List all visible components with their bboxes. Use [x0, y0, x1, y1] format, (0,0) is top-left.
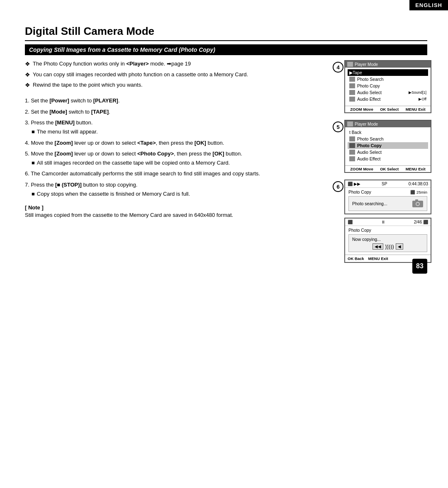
bullet-text: You can copy still images recorded with …	[33, 71, 248, 78]
screen-4: Player Mode ▶Tape Photo Search	[344, 60, 431, 113]
bullet-item: ❖ The Photo Copy function works only in …	[25, 60, 324, 68]
screen-6b-copy-controls: ◀◀ ))))) ◀	[352, 243, 424, 250]
step-number-4: 4	[333, 62, 343, 73]
screen-6a-top: ⬛ ▶▶ SP 0:44:38:03	[345, 180, 431, 188]
screen-6a-label-row: Photo Copy ⬛ 25min	[348, 189, 427, 194]
screen-6-wrap: 6 ⬛ ▶▶ SP 0:44:38:03 Photo Copy ⬛ 25min	[344, 180, 427, 263]
screen-4-wrap: 4 Player Mode ▶Tape Photo S	[344, 60, 427, 113]
screen-5-footer-ok: OK Select	[380, 167, 399, 171]
bullet-item: ❖ Rewind the tape to the point which you…	[25, 81, 324, 90]
menu-item-audio-select-label: Audio Select	[357, 90, 382, 95]
screen-6b-body: Photo Copy Now copying... ◀◀ ))))) ◀	[345, 226, 431, 255]
step-3-sub-text: The menu list will appear.	[37, 128, 98, 136]
menu-item-photo-search-5-label: Photo Search	[357, 136, 384, 141]
copy-ctrl-waves: )))))	[385, 243, 394, 250]
note-section: [ Note ] Still images copied from the ca…	[25, 204, 324, 218]
step-4: 4. Move the [Zoom] lever up or down to s…	[25, 139, 324, 147]
screen-5-footer-menu: MENU Exit	[406, 167, 426, 171]
square-bullet: ■	[32, 159, 35, 167]
step-7-sub-text: Copy stops when the cassette is finished…	[37, 190, 190, 198]
page-title: Digital Still Camera Mode	[25, 25, 427, 41]
step-3-sub: ■ The menu list will appear.	[32, 128, 324, 136]
screen-5-footer-zoom: ZOOM Move	[350, 167, 373, 171]
screen-6a-status-mid: SP	[382, 182, 387, 186]
menu-item-audio-effect-sub: ▶Off	[419, 97, 426, 101]
step-number-5: 5	[333, 121, 343, 132]
menu-icon-photo-copy-5	[349, 143, 355, 148]
screen-6b-status-mid: ⏸	[381, 220, 385, 224]
bullet-symbol: ❖	[25, 60, 30, 68]
screen-6b-copy-text: Now copying...	[352, 237, 424, 242]
screen-6b-label: Photo Copy	[348, 228, 427, 233]
bullet-symbol: ❖	[25, 81, 30, 90]
screen-6b-copy-area: Now copying... ◀◀ ))))) ◀	[348, 234, 427, 252]
screen-4-footer-ok: OK Select	[380, 107, 399, 112]
menu-icon-photo-search	[349, 77, 355, 82]
step-number-6: 6	[333, 181, 343, 192]
menu-icon-photo-search-5	[349, 136, 355, 141]
svg-point-2	[416, 203, 419, 205]
menu-item-audio-effect-5-label: Audio Effect	[357, 156, 380, 161]
screen-4-footer: ZOOM Move OK Select MENU Exit	[345, 106, 431, 112]
menu-item-audio-effect-label: Audio Effect	[357, 97, 380, 102]
square-bullet: ■	[32, 190, 35, 198]
menu-icon-audio-select-5	[349, 150, 355, 155]
screen-5: Player Mode t Back Photo Search	[344, 120, 431, 173]
right-column: 4 Player Mode ▶Tape Photo S	[332, 60, 427, 269]
step-5: 5. Move the [Zoom] lever up or down to s…	[25, 150, 324, 167]
menu-item-audio-select-5-label: Audio Select	[357, 150, 382, 155]
step-7: 7. Press the [■ (STOP)] button to stop c…	[25, 181, 324, 198]
screen-5-title: Player Mode	[355, 122, 378, 126]
menu-item-tape: ▶Tape	[348, 69, 428, 76]
menu-item-audio-effect: Audio Effect ▶Off	[348, 96, 428, 102]
menu-item-tape-label: ▶Tape	[349, 70, 362, 75]
step-5-sub: ■ All still images recorded on the casse…	[32, 159, 324, 167]
step-5-sub-text: All still images recorded on the cassett…	[37, 159, 230, 167]
menu-item-audio-select: Audio Select ▶Sound[1]	[348, 89, 428, 96]
menu-icon-audio-select	[349, 90, 355, 95]
screen-5-wrap: 5 Player Mode t Back Photo	[344, 120, 427, 173]
screen-4-body: ▶Tape Photo Search Photo Copy	[345, 68, 431, 106]
right-col-inner: 4 Player Mode ▶Tape Photo S	[332, 60, 427, 263]
step-2: 2. Set the [Mode] switch to [TAPE].	[25, 108, 324, 116]
english-badge: ENGLISH	[409, 0, 448, 10]
note-text: Still images copied from the cassette to…	[25, 212, 324, 218]
screen-6b: ⬛ ⏸ 2/46 ⬛ Photo Copy Now copying... ◀◀ …	[344, 218, 431, 263]
left-column: ❖ The Photo Copy function works only in …	[25, 60, 324, 269]
screen-6b-status-left: ⬛	[348, 220, 353, 224]
menu-item-photo-copy: Photo Copy	[348, 83, 428, 89]
step-1: 1. Set the [Power] switch to [PLAYER].	[25, 97, 324, 105]
screen-6a-photo-copy-label: Photo Copy	[348, 189, 371, 194]
menu-item-audio-select-sub: ▶Sound[1]	[409, 90, 426, 95]
screen-6a-search-text: Photo searching...	[352, 201, 387, 206]
screen-4-title: Player Mode	[355, 62, 378, 67]
screen-6a-mem-info: ⬛ 25min	[410, 190, 427, 194]
menu-item-photo-search-label: Photo Search	[357, 77, 384, 82]
page-container: ENGLISH Digital Still Camera Mode Copyin…	[0, 0, 448, 286]
screen-6a-searching: Photo searching...	[348, 196, 427, 211]
camera-icon-wrap	[412, 199, 424, 209]
menu-item-photo-copy-5: Photo Copy	[348, 142, 428, 149]
page-number: 83	[412, 259, 427, 274]
menu-item-photo-search-5: Photo Search	[348, 136, 428, 142]
screen-5-body: t Back Photo Search Photo Copy	[345, 127, 431, 165]
step-3: 3. Press the [MENU] button. ■ The menu l…	[25, 119, 324, 136]
section-heading: Copying Still Images from a Cassette to …	[25, 44, 427, 55]
note-title: [ Note ]	[25, 204, 324, 211]
menu-icon-photo-copy	[349, 83, 355, 88]
screen-6a-status-left: ⬛ ▶▶	[348, 182, 360, 186]
screen-6a: ⬛ ▶▶ SP 0:44:38:03 Photo Copy ⬛ 25min Ph…	[344, 180, 431, 214]
content-area: ❖ The Photo Copy function works only in …	[25, 60, 427, 269]
step-7-sub: ■ Copy stops when the cassette is finish…	[32, 190, 324, 198]
step-6: 6. The Camcorder automatically performs …	[25, 170, 324, 178]
camera-icon	[412, 199, 424, 208]
copy-ctrl-rewind: ◀◀	[373, 243, 383, 250]
svg-rect-3	[415, 199, 418, 201]
screen-6b-status-right: 2/46 ⬛	[414, 220, 428, 224]
menu-icon-audio-effect	[349, 97, 355, 102]
menu-item-photo-search: Photo Search	[348, 76, 428, 83]
bullet-symbol: ❖	[25, 71, 30, 79]
screen-6a-status-right: 0:44:38:03	[409, 182, 428, 186]
screen-5-topbar: Player Mode	[345, 121, 431, 127]
screen-6a-body: Photo Copy ⬛ 25min Photo searching...	[345, 188, 431, 214]
